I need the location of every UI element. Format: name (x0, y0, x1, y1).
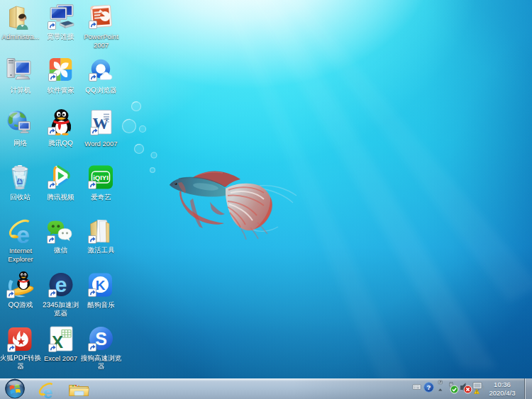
svg-text:S: S (95, 329, 107, 349)
svg-text:?: ? (427, 383, 431, 391)
svg-text:e: e (16, 221, 30, 245)
svg-text:K: K (96, 278, 106, 293)
svg-text:iQIYI: iQIYI (93, 174, 109, 181)
svg-text:e: e (55, 273, 67, 296)
svg-text:e: e (43, 383, 52, 399)
